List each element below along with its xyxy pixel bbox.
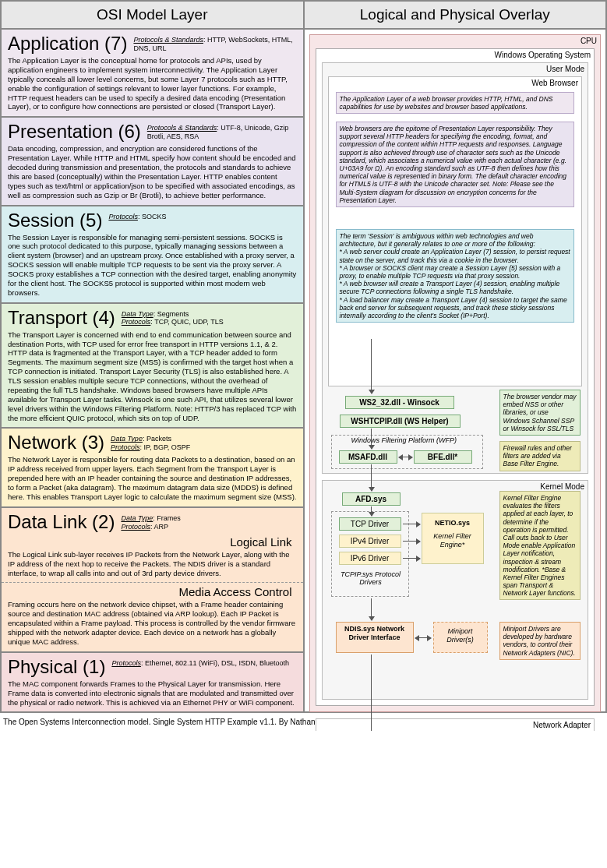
layer-meta: Protocols: SOCKS: [108, 210, 166, 221]
overlay-column: CPU Windows Operating System User Mode W…: [304, 29, 607, 712]
layer-title: Application (7): [8, 33, 127, 55]
note-application: The Application Layer of a web browser p…: [336, 92, 575, 114]
layer-meta: Protocols & Standards: HTTP, WebSockets,…: [133, 33, 296, 53]
usermode-label: User Mode: [546, 65, 584, 74]
cpu-label: CPU: [581, 37, 597, 46]
diagram-container: OSI Model Layer Logical and Physical Ove…: [0, 0, 607, 713]
arrow: [403, 541, 420, 542]
layer-body: The Transport Layer is concerned with en…: [8, 330, 297, 423]
layer-body: The Logical Link sub-layer receives IP P…: [8, 550, 297, 578]
netadapter-label: Network Adapter: [533, 721, 591, 730]
netio-box: NETIO.sys Kernel Filter Engine*: [422, 513, 484, 564]
webbrowser-label: Web Browser: [531, 79, 578, 88]
arrow: [371, 464, 372, 491]
layer-meta: Data Type: SegmentsProtocols: TCP, QUIC,…: [122, 307, 224, 327]
miniport-box: Miniport Driver(s): [433, 622, 488, 653]
note-session: The term 'Session' is ambiguous within w…: [336, 229, 575, 323]
layer-body: The Network Layer is responsible for rou…: [8, 455, 297, 501]
kfe-label: Kernel Filter Engine*: [426, 532, 479, 549]
wfp-label: Windows Filtering Platform (WFP): [351, 436, 457, 444]
layer-title: Presentation (6): [8, 121, 141, 143]
ndis-box: NDIS.sys Network Driver Interface: [336, 622, 414, 653]
layer-meta: Protocols: Ethernet, 802.11 (WiFi), DSL,…: [111, 656, 289, 668]
arrow: [403, 558, 420, 559]
note-firewall: Firewall rules and other filters are add…: [499, 441, 581, 471]
osi-column: Application (7) Protocols & Standards: H…: [1, 29, 304, 712]
arrow: [415, 637, 431, 638]
arrow: [371, 598, 372, 620]
arrow: [371, 429, 372, 449]
layer-session: Session (5) Protocols: SOCKS The Session…: [1, 206, 304, 303]
netadapter-box: Network Adapter: [316, 718, 595, 731]
note-vendor: The browser vendor may embed NSS or othe…: [499, 390, 581, 436]
arrow: [403, 524, 420, 524]
bfe-chip: BFE.dll*: [414, 450, 472, 464]
tcpip-label: TCPIP.sys Protocol Drivers: [336, 570, 406, 586]
layer-body: Data encoding, compression, and encrypti…: [8, 144, 297, 199]
layer-meta: Data Type: FramesProtocols: ARP: [121, 511, 180, 531]
note-kfe: Kernel Filter Engine evaluates the filte…: [499, 491, 581, 600]
tcp-driver: TCP Driver: [339, 517, 401, 531]
sublayer-logical-link: Logical Link: [8, 535, 292, 549]
note-miniport: Miniport Drivers are developed by hardwa…: [499, 622, 581, 660]
layer-network: Network (3) Data Type: PacketsProtocols:…: [1, 428, 304, 506]
layer-title: Network (3): [8, 432, 104, 453]
arrow: [371, 655, 372, 731]
ndis-label: NDIS.sys Network Driver Interface: [341, 625, 409, 642]
wshtcp-chip: WSHTCPIP.dll (WS Helper): [340, 415, 461, 428]
layer-meta: Protocols & Standards: UTF-8, Unicode, G…: [147, 121, 297, 141]
afd-chip: AFD.sys: [342, 492, 401, 506]
layer-title: Session (5): [8, 210, 102, 231]
layer-body: Framing occurs here on the network devic…: [8, 600, 297, 646]
msafd-chip: MSAFD.dll: [339, 450, 397, 464]
arrow: [371, 339, 372, 393]
arrow: [371, 506, 372, 516]
layer-body: The Session Layer is responsible for man…: [8, 233, 297, 298]
layer-title: Transport (4): [8, 307, 115, 329]
sublayer-mac: Media Access Control: [8, 585, 292, 598]
ipv6-driver: IPv6 Driver: [339, 552, 401, 565]
header-right: Logical and Physical Overlay: [304, 1, 607, 29]
netio-label: NETIO.sys: [426, 519, 479, 528]
layer-datalink: Data Link (2) Data Type: FramesProtocols…: [1, 507, 304, 652]
header-left: OSI Model Layer: [1, 1, 304, 29]
winos-label: Windows Operating System: [495, 51, 591, 60]
layer-title: Data Link (2): [8, 511, 115, 533]
arrow: [399, 457, 412, 457]
layer-body: The Application Layer is the conceptual …: [8, 56, 297, 111]
note-presentation: Web browsers are the epitome of Presenta…: [336, 122, 575, 207]
layer-physical: Physical (1) Protocols: Ethernet, 802.11…: [1, 652, 304, 713]
layer-body: The MAC component forwards Frames to the…: [8, 679, 297, 707]
layer-meta: Data Type: PacketsProtocols: IP, BGP, OS…: [111, 432, 190, 452]
ipv4-driver: IPv4 Driver: [339, 535, 401, 548]
ws2-chip: WS2_32.dll - Winsock: [345, 396, 454, 409]
layer-application: Application (7) Protocols & Standards: H…: [1, 29, 304, 117]
main-row: Application (7) Protocols & Standards: H…: [1, 29, 606, 712]
layer-presentation: Presentation (6) Protocols & Standards: …: [1, 117, 304, 205]
layer-transport: Transport (4) Data Type: SegmentsProtoco…: [1, 303, 304, 429]
layer-title: Physical (1): [8, 656, 105, 678]
header-row: OSI Model Layer Logical and Physical Ove…: [1, 1, 606, 29]
